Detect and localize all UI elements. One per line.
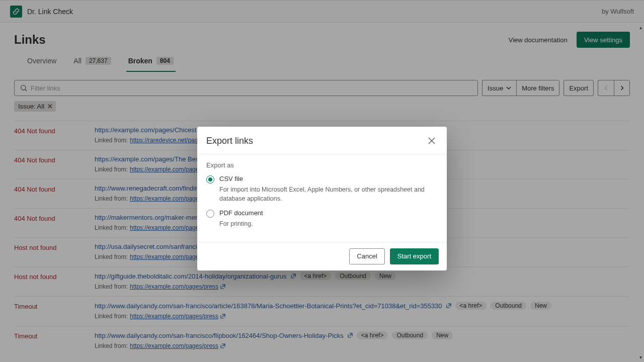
modal-overlay[interactable]: Export links Export as CSV file For impo… (0, 0, 644, 362)
modal-body: Export as CSV file For import into Micro… (197, 154, 447, 242)
radio-csv[interactable]: CSV file (206, 173, 438, 185)
radio-csv-label: CSV file (219, 175, 243, 183)
start-export-button[interactable]: Start export (390, 248, 439, 264)
export-modal: Export links Export as CSV file For impo… (197, 127, 447, 270)
radio-pdf-desc: For printing. (219, 220, 438, 229)
radio-csv-desc: For import into Microsoft Excel, Apple N… (219, 186, 438, 203)
modal-header: Export links (197, 127, 447, 154)
export-as-label: Export as (206, 161, 438, 169)
radio-pdf-input[interactable] (206, 210, 214, 218)
close-icon (428, 137, 435, 144)
radio-pdf-label: PDF document (219, 209, 263, 217)
cancel-button[interactable]: Cancel (349, 248, 384, 264)
radio-pdf[interactable]: PDF document (206, 207, 438, 219)
modal-title: Export links (206, 136, 426, 146)
modal-close-button[interactable] (426, 135, 438, 147)
modal-footer: Cancel Start export (197, 242, 447, 270)
radio-csv-input[interactable] (206, 175, 214, 184)
